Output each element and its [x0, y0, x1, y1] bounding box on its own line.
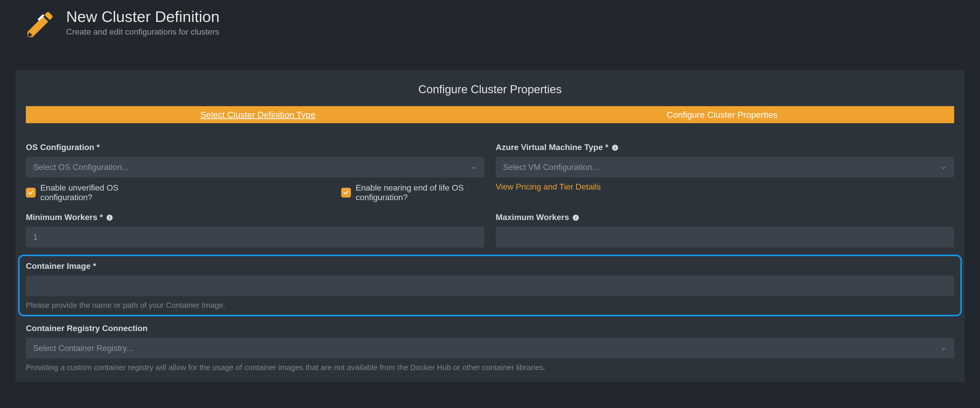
vm-type-label: Azure Virtual Machine Type * i — [496, 143, 954, 152]
svg-text:i: i — [575, 215, 577, 220]
page-title: New Cluster Definition — [66, 8, 220, 25]
container-image-group: Container Image * Please provide the nam… — [26, 258, 954, 313]
container-registry-group: Container Registry Connection Select Con… — [26, 324, 954, 372]
enable-eol-checkbox[interactable]: Enable nearing end of life OS configurat… — [341, 183, 484, 202]
pencil-edit-icon — [23, 8, 57, 41]
checkbox-checked-icon — [26, 188, 36, 198]
enable-unverified-checkbox[interactable]: Enable unverified OS configuration? — [26, 183, 145, 202]
svg-text:i: i — [614, 145, 616, 150]
enable-unverified-label: Enable unverified OS configuration? — [40, 183, 145, 202]
config-panel: Configure Cluster Properties Select Clus… — [16, 70, 964, 382]
info-icon: i — [106, 214, 113, 221]
min-workers-label: Minimum Workers * i — [26, 213, 484, 222]
checkbox-checked-icon — [341, 188, 351, 198]
vm-type-group: Azure Virtual Machine Type * i Select VM… — [496, 143, 954, 202]
page-header: New Cluster Definition Create and edit c… — [16, 8, 964, 41]
container-registry-placeholder: Select Container Registry... — [33, 343, 133, 353]
tab-configure-properties[interactable]: Configure Cluster Properties — [490, 106, 954, 123]
min-workers-group: Minimum Workers * i — [26, 213, 484, 248]
container-image-input-wrapper — [26, 276, 954, 296]
info-icon: i — [611, 144, 619, 151]
container-registry-label: Container Registry Connection — [26, 324, 954, 333]
min-workers-input-wrapper — [26, 227, 484, 248]
os-config-placeholder: Select OS Configuration... — [33, 162, 129, 172]
svg-text:i: i — [109, 215, 110, 220]
max-workers-input-wrapper — [496, 227, 954, 248]
info-icon: i — [572, 214, 579, 221]
wizard-tabs: Select Cluster Definition Type Configure… — [26, 106, 954, 123]
os-config-label: OS Configuration * — [26, 143, 484, 152]
vm-type-placeholder: Select VM Configuration... — [503, 162, 599, 172]
container-registry-help: Providing a custom container registry wi… — [26, 363, 954, 372]
panel-title: Configure Cluster Properties — [26, 83, 954, 96]
chevron-down-icon — [940, 345, 947, 351]
enable-eol-label: Enable nearing end of life OS configurat… — [356, 183, 484, 202]
max-workers-input[interactable] — [503, 227, 947, 248]
container-image-help: Please provide the name or path of your … — [26, 301, 954, 310]
vm-type-select[interactable]: Select VM Configuration... — [496, 157, 954, 178]
min-workers-input[interactable] — [33, 227, 477, 248]
os-config-select[interactable]: Select OS Configuration... — [26, 157, 484, 178]
page-subtitle: Create and edit configurations for clust… — [66, 27, 220, 37]
chevron-down-icon — [470, 164, 477, 170]
header-divider — [0, 57, 980, 57]
max-workers-label: Maximum Workers i — [496, 213, 954, 222]
chevron-down-icon — [940, 164, 947, 170]
os-config-group: OS Configuration * Select OS Configurati… — [26, 143, 484, 202]
max-workers-group: Maximum Workers i — [496, 213, 954, 248]
pricing-details-link[interactable]: View Pricing and Tier Details — [496, 182, 601, 192]
tab-select-definition-type[interactable]: Select Cluster Definition Type — [26, 106, 490, 123]
container-image-input[interactable] — [33, 276, 947, 296]
container-image-label: Container Image * — [26, 261, 954, 271]
container-registry-select[interactable]: Select Container Registry... — [26, 338, 954, 359]
